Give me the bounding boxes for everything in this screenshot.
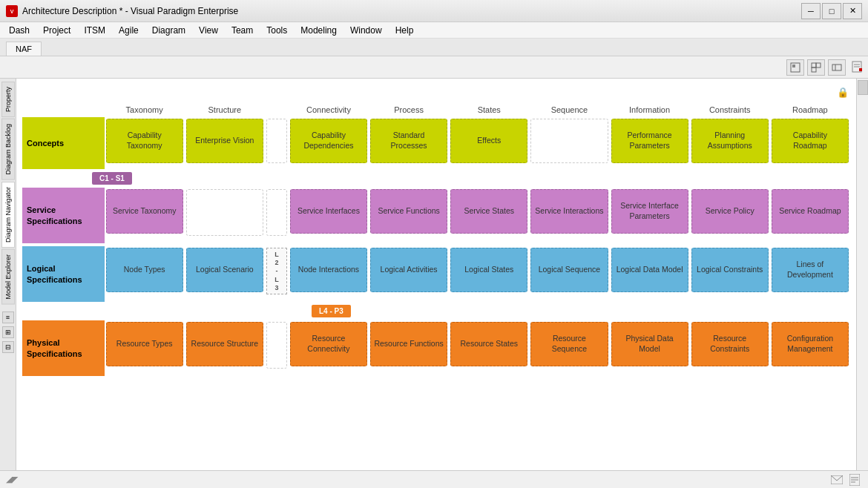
cell-logical-scenario-box[interactable]: Logical Scenario: [186, 248, 263, 292]
cell-logical-scenario[interactable]: Logical Scenario: [185, 246, 265, 302]
cell-resource-constraints[interactable]: Resource Constraints: [690, 320, 770, 376]
cell-effects[interactable]: Effects: [449, 117, 529, 169]
cell-node-interactions-box[interactable]: Node Interactions: [290, 248, 367, 292]
cell-enterprise-vision[interactable]: Enterprise Vision: [185, 117, 265, 169]
cell-capability-taxonomy[interactable]: Capability Taxonomy: [105, 117, 185, 169]
cell-service-interface-params-box[interactable]: Service Interface Parameters: [611, 189, 688, 234]
cell-service-functions-box[interactable]: Service Functions: [370, 189, 447, 234]
cell-resource-structure-box[interactable]: Resource Structure: [186, 322, 263, 366]
left-tab-navigator[interactable]: Diagram Navigator: [1, 182, 15, 248]
cell-node-interactions[interactable]: Node Interactions: [289, 246, 369, 302]
cell-resource-types-box[interactable]: Resource Types: [106, 322, 183, 366]
bottom-right: [829, 473, 862, 487]
menu-tools[interactable]: Tools: [260, 24, 293, 37]
toolbar-btn-2[interactable]: [807, 59, 825, 76]
cell-logical-data-model-box[interactable]: Logical Data Model: [611, 248, 688, 292]
menu-agile[interactable]: Agile: [113, 24, 145, 37]
cell-resource-states-box[interactable]: Resource States: [450, 322, 527, 366]
maximize-button[interactable]: □: [822, 3, 841, 19]
toolbar-btn-3[interactable]: [828, 59, 846, 76]
lock-icon[interactable]: 🔒: [835, 85, 850, 99]
cell-configuration-management-box[interactable]: Configuration Management: [772, 322, 849, 366]
cell-capability-roadmap-box[interactable]: Capability Roadmap: [772, 119, 849, 163]
left-tab-explorer[interactable]: Model Explorer: [1, 249, 15, 305]
cell-effects-box[interactable]: Effects: [450, 119, 527, 163]
cell-resource-connectivity[interactable]: Resource Connectivity: [289, 320, 369, 376]
cell-logical-data-model[interactable]: Logical Data Model: [610, 246, 690, 302]
left-tab-backlog[interactable]: Diagram Backlog: [1, 119, 15, 180]
cell-service-roadmap[interactable]: Service Roadmap: [770, 188, 850, 243]
cell-performance-parameters-box[interactable]: Performance Parameters: [611, 119, 688, 163]
cell-capability-roadmap[interactable]: Capability Roadmap: [770, 117, 850, 169]
cell-logical-activities[interactable]: Logical Activities: [369, 246, 449, 302]
cell-resource-types[interactable]: Resource Types: [105, 320, 185, 376]
cell-resource-connectivity-box[interactable]: Resource Connectivity: [290, 322, 367, 366]
cell-logical-sequence[interactable]: Logical Sequence: [529, 246, 609, 302]
cell-standard-processes[interactable]: Standard Processes: [369, 117, 449, 169]
cell-service-policy[interactable]: Service Policy: [690, 188, 770, 243]
tab-naf[interactable]: NAF: [6, 42, 42, 56]
cell-capability-dependencies-box[interactable]: Capability Dependencies: [290, 119, 367, 163]
left-tab-property[interactable]: Property: [1, 82, 15, 117]
toolbar-btn-1[interactable]: [786, 59, 804, 76]
menu-view[interactable]: View: [193, 24, 224, 37]
cell-capability-taxonomy-box[interactable]: Capability Taxonomy: [106, 119, 183, 163]
cell-service-interface-params[interactable]: Service Interface Parameters: [610, 188, 690, 243]
cell-logical-states-box[interactable]: Logical States: [450, 248, 527, 292]
cell-logical-activities-box[interactable]: Logical Activities: [370, 248, 447, 292]
cell-logical-constraints-box[interactable]: Logical Constraints: [691, 248, 769, 292]
cell-service-interactions-box[interactable]: Service Interactions: [530, 189, 608, 234]
cell-service-states-box[interactable]: Service States: [450, 189, 527, 234]
cell-service-states[interactable]: Service States: [449, 188, 529, 243]
cell-lines-of-development[interactable]: Lines of Development: [770, 246, 850, 302]
cell-physical-data-model-box[interactable]: Physical Data Model: [611, 322, 688, 366]
cell-standard-processes-box[interactable]: Standard Processes: [370, 119, 447, 163]
cell-resource-functions[interactable]: Resource Functions: [369, 320, 449, 376]
cell-resource-sequence-box[interactable]: Resource Sequence: [530, 322, 608, 366]
side-icon-2[interactable]: ⊞: [2, 326, 14, 338]
close-button[interactable]: ✕: [843, 3, 862, 19]
cell-service-roadmap-box[interactable]: Service Roadmap: [772, 189, 849, 234]
cell-configuration-management[interactable]: Configuration Management: [770, 320, 850, 376]
menu-modeling[interactable]: Modeling: [295, 24, 343, 37]
menu-dash[interactable]: Dash: [3, 24, 36, 37]
side-icon-3[interactable]: ⊟: [2, 341, 14, 353]
minimize-button[interactable]: ─: [801, 3, 821, 19]
mail-icon[interactable]: [829, 473, 844, 487]
content-area[interactable]: 🔒: [16, 79, 856, 470]
cell-logical-states[interactable]: Logical States: [449, 246, 529, 302]
window-controls[interactable]: ─ □ ✕: [801, 3, 862, 19]
menu-window[interactable]: Window: [344, 24, 388, 37]
cell-node-types-box[interactable]: Node Types: [106, 248, 183, 292]
menu-team[interactable]: Team: [226, 24, 259, 37]
cell-lines-of-development-box[interactable]: Lines of Development: [772, 248, 849, 292]
cell-service-functions[interactable]: Service Functions: [369, 188, 449, 243]
cell-service-policy-box[interactable]: Service Policy: [691, 189, 769, 234]
cell-performance-parameters[interactable]: Performance Parameters: [610, 117, 690, 169]
cell-logical-sequence-box[interactable]: Logical Sequence: [530, 248, 608, 292]
cell-resource-states[interactable]: Resource States: [449, 320, 529, 376]
cell-planning-assumptions[interactable]: Planning Assumptions: [690, 117, 770, 169]
cell-resource-sequence[interactable]: Resource Sequence: [529, 320, 609, 376]
doc-icon[interactable]: [847, 473, 862, 487]
cell-logical-constraints[interactable]: Logical Constraints: [690, 246, 770, 302]
cell-service-interactions[interactable]: Service Interactions: [529, 188, 609, 243]
cell-service-taxonomy-box[interactable]: Service Taxonomy: [106, 189, 183, 234]
cell-resource-structure[interactable]: Resource Structure: [185, 320, 265, 376]
cell-planning-assumptions-box[interactable]: Planning Assumptions: [691, 119, 769, 163]
cell-enterprise-vision-box[interactable]: Enterprise Vision: [186, 119, 263, 163]
menu-project[interactable]: Project: [37, 24, 76, 37]
cell-service-interfaces-box[interactable]: Service Interfaces: [290, 189, 367, 234]
menu-help[interactable]: Help: [389, 24, 420, 37]
cell-resource-functions-box[interactable]: Resource Functions: [370, 322, 447, 366]
menu-diagram[interactable]: Diagram: [146, 24, 191, 37]
cell-resource-constraints-box[interactable]: Resource Constraints: [691, 322, 769, 366]
menu-itsm[interactable]: ITSM: [78, 24, 111, 37]
cell-capability-dependencies[interactable]: Capability Dependencies: [289, 117, 369, 169]
side-icon-1[interactable]: ≡: [2, 311, 14, 323]
right-scrollbar[interactable]: [856, 79, 868, 470]
cell-service-taxonomy[interactable]: Service Taxonomy: [105, 188, 185, 243]
cell-physical-data-model[interactable]: Physical Data Model: [610, 320, 690, 376]
cell-service-interfaces[interactable]: Service Interfaces: [289, 188, 369, 243]
cell-node-types[interactable]: Node Types: [105, 246, 185, 302]
